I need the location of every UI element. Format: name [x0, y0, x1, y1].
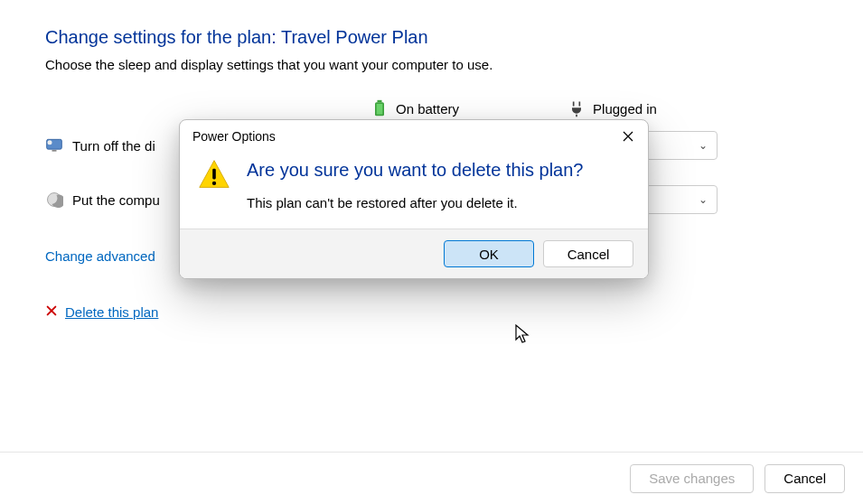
cancel-button[interactable]: Cancel: [765, 464, 845, 493]
svg-rect-1: [378, 100, 382, 103]
cursor-pointer-icon: [514, 323, 532, 348]
chevron-down-icon: ⌄: [699, 193, 708, 206]
confirm-delete-dialog: Power Options Are you sure you want to d…: [179, 119, 649, 279]
setting-display-label: Turn off the di: [72, 138, 155, 154]
column-plugged-in-label: Plugged in: [593, 101, 657, 117]
moon-icon: [45, 191, 63, 209]
dialog-titlebar: Power Options: [180, 120, 648, 151]
delete-plan-label: Delete this plan: [65, 304, 158, 320]
chevron-down-icon: ⌄: [699, 139, 708, 152]
close-icon[interactable]: [619, 127, 637, 145]
save-changes-button[interactable]: Save changes: [630, 464, 754, 493]
page-subtitle: Choose the sleep and display settings th…: [45, 57, 818, 72]
change-advanced-link[interactable]: Change advanced: [45, 248, 155, 264]
dialog-ok-button[interactable]: OK: [444, 240, 534, 267]
delete-x-icon: [45, 304, 58, 320]
svg-point-5: [48, 140, 52, 145]
dialog-footer: OK Cancel: [180, 229, 648, 278]
svg-rect-2: [377, 104, 383, 115]
warning-icon: [198, 158, 230, 210]
page-title: Change settings for the plan: Travel Pow…: [45, 27, 818, 48]
column-on-battery: On battery: [371, 99, 459, 117]
svg-rect-7: [212, 169, 216, 180]
setting-sleep-label: Put the compu: [72, 192, 160, 208]
dialog-body-text: This plan can't be restored after you de…: [247, 195, 583, 210]
battery-icon: [371, 99, 389, 117]
footer-action-bar: Save changes Cancel: [0, 452, 863, 504]
monitor-icon: [45, 136, 63, 154]
delete-plan-link[interactable]: Delete this plan: [45, 304, 158, 320]
svg-point-8: [212, 182, 216, 185]
dialog-heading: Are you sure you want to delete this pla…: [247, 158, 583, 182]
dialog-title: Power Options: [192, 129, 276, 144]
columns-header: On battery Plugged in: [371, 99, 818, 117]
dialog-cancel-button[interactable]: Cancel: [543, 240, 633, 267]
plug-icon: [568, 99, 586, 117]
column-plugged-in: Plugged in: [568, 99, 657, 117]
column-on-battery-label: On battery: [396, 101, 459, 117]
svg-rect-4: [52, 150, 57, 152]
